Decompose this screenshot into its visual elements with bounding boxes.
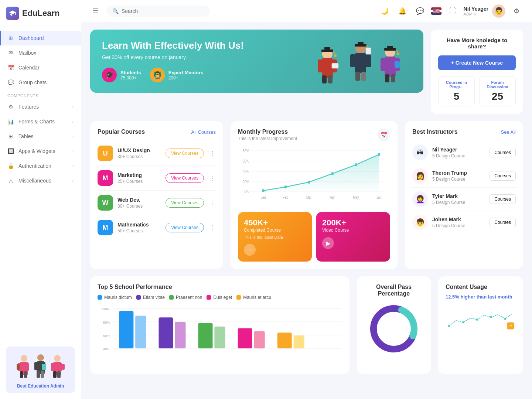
current-activity-panel: Monthly Progress This is the latest Impr…	[231, 121, 398, 269]
menu-button[interactable]: ☰	[90, 5, 100, 17]
language-flag[interactable]: 🇺🇸	[431, 7, 441, 15]
course-badge: W	[98, 195, 113, 211]
fullscreen-button[interactable]: ⛶	[446, 4, 459, 18]
svg-rect-5	[24, 371, 27, 378]
monthly-progress-subtitle: This is the latest Improvement	[238, 136, 297, 141]
svg-point-0	[21, 355, 27, 362]
course-name: UI/UX Design	[117, 147, 161, 153]
svg-point-7	[37, 354, 44, 361]
svg-rect-90	[135, 316, 146, 348]
more-options-button[interactable]: ⋮	[210, 224, 216, 231]
svg-rect-93	[254, 331, 265, 348]
instructor-info: Nil Yeager 5 Design Course	[432, 147, 485, 158]
svg-rect-92	[214, 327, 225, 348]
overall-pass-title: Overall Pass Percentage	[364, 284, 423, 297]
notifications-button[interactable]: 🔔	[396, 4, 409, 18]
avatar[interactable]: 👨	[492, 4, 505, 18]
mentors-icon: 👨‍🏫	[150, 68, 165, 82]
sidebar-item-miscellaneous[interactable]: △ Miscellaneous ›	[0, 173, 81, 188]
sidebar-item-label: Tables	[18, 133, 33, 139]
header-icons: 🌙 🔔 💬 🇺🇸 ⛶ Nil Yeager ADMIN 👨 ⚙	[378, 4, 523, 18]
sidebar-item-features[interactable]: ⚙ Features ›	[0, 99, 81, 114]
completed-arrow-button[interactable]: →	[244, 244, 256, 256]
popular-courses-header: Popular Courses All Courses	[98, 129, 216, 135]
calendar-button[interactable]: 📅	[378, 129, 390, 141]
courses-button[interactable]: Courses	[490, 194, 516, 204]
user-info: Nil Yeager ADMIN 👨	[464, 4, 505, 18]
view-courses-button[interactable]: View Courses	[166, 223, 204, 232]
sidebar: EduLearn ⊞ Dashboard ✉ Mailbox 📅 Calenda…	[0, 0, 81, 399]
promo-text: Best Education Admin	[10, 383, 71, 389]
course-info: Mathematics 50+ Courses	[117, 222, 161, 233]
legend-etiam-vitae: Etiam vitae	[136, 295, 165, 300]
view-courses-button[interactable]: View Courses	[166, 173, 204, 183]
courses-button[interactable]: Courses	[490, 171, 516, 181]
instructor-courses: 5 Design Course	[432, 223, 485, 228]
more-options-button[interactable]: ⋮	[210, 175, 216, 182]
top-row: Learn With Effectively With Us! Get 30% …	[90, 30, 523, 114]
list-item: M Mathematics 50+ Courses View Courses ⋮	[98, 215, 216, 240]
mentors-value: 200+	[168, 75, 204, 81]
sidebar-item-forms-charts[interactable]: 📊 Forms & Charts ›	[0, 114, 81, 129]
chevron-right-icon: ›	[72, 134, 74, 139]
more-options-button[interactable]: ⋮	[210, 150, 216, 157]
svg-rect-87	[198, 323, 213, 348]
students-icon: 🎓	[102, 68, 117, 82]
sidebar-item-group-chats[interactable]: 💬 Group chats	[0, 75, 81, 90]
instructor-courses: 5 Design Course	[432, 200, 485, 205]
svg-text:40%: 40%	[103, 347, 110, 351]
sidebar-item-label: Features	[18, 104, 39, 110]
banner-subtitle: Get 30% off every course on january.	[102, 54, 412, 60]
courses-in-progress-value: 5	[441, 91, 471, 102]
video-arrow-button[interactable]: ▶	[322, 237, 334, 249]
course-stats: Courses in Progr... 5 Forum Discussion 2…	[438, 76, 516, 106]
video-value: 200K+	[322, 218, 384, 228]
usage-line-chart: ↗	[446, 304, 516, 334]
completed-value: 450K+	[244, 218, 306, 228]
sidebar-item-label: Authentication	[18, 163, 51, 169]
mentors-label: Expert Mentors	[168, 70, 204, 75]
legend-mauris-et-arcu: Mauris et arcu	[236, 295, 271, 300]
content-usage-panel: Content Usage 12.5% higher than last mon…	[438, 276, 523, 374]
svg-text:40%: 40%	[243, 170, 249, 174]
svg-rect-13	[42, 364, 46, 370]
instructors-header: Best Instructors See All	[412, 129, 516, 135]
svg-text:Jan: Jan	[261, 195, 266, 200]
search-input[interactable]	[122, 8, 195, 14]
view-courses-button[interactable]: View Courses	[166, 198, 204, 208]
svg-rect-91	[175, 322, 185, 348]
right-panel-title: Have More knoledge to share?	[438, 37, 516, 50]
completed-desc: This is the latest Data	[244, 235, 306, 239]
course-name: Mathematics	[117, 222, 161, 228]
mentors-stat: 👨‍🏫 Expert Mentors 200+	[150, 68, 204, 82]
messages-button[interactable]: 💬	[413, 4, 427, 18]
settings-button[interactable]: ⚙	[510, 4, 523, 18]
see-all-link[interactable]: See All	[501, 129, 516, 135]
sidebar-promo: Best Education Admin	[0, 341, 81, 399]
all-courses-link[interactable]: All Courses	[191, 129, 216, 135]
view-courses-button[interactable]: View Courses	[166, 149, 204, 158]
usage-highlight: 12.5% higher than last month	[446, 294, 516, 300]
list-item: 👦 Johen Mark 5 Design Course Courses	[412, 211, 516, 234]
sidebar-item-mailbox[interactable]: ✉ Mailbox	[0, 45, 81, 60]
svg-point-74	[331, 172, 334, 175]
dark-mode-button[interactable]: 🌙	[378, 4, 391, 18]
more-options-button[interactable]: ⋮	[210, 200, 216, 207]
banner-stats: 🎓 Students 75,000+ 👨‍🏫 Expert Mentors	[102, 68, 412, 82]
chevron-right-icon: ›	[72, 105, 74, 109]
sidebar-item-apps-widgets[interactable]: 🔲 Apps & Widgets ›	[0, 144, 81, 158]
courses-button[interactable]: Courses	[490, 148, 516, 157]
sidebar-item-dashboard[interactable]: ⊞ Dashboard	[0, 31, 81, 45]
sidebar-item-label: Apps & Widgets	[18, 148, 55, 154]
promo-illustration	[10, 351, 71, 381]
create-course-button[interactable]: + Create New Course	[438, 55, 516, 70]
sidebar-item-tables[interactable]: ⊞ Tables ›	[0, 129, 81, 144]
sidebar-nav: ⊞ Dashboard ✉ Mailbox 📅 Calendar 💬 Group…	[0, 27, 81, 341]
right-panel: Have More knoledge to share? + Create Ne…	[431, 30, 523, 114]
banner-wrap: Learn With Effectively With Us! Get 30% …	[90, 30, 423, 114]
sidebar-item-authentication[interactable]: 🔒 Authentication ›	[0, 158, 81, 173]
svg-rect-16	[51, 363, 55, 371]
stat-cards: 450K+ Completed Course This is the lates…	[238, 212, 390, 262]
sidebar-item-calendar[interactable]: 📅 Calendar	[0, 60, 81, 75]
courses-button[interactable]: Courses	[490, 218, 516, 227]
